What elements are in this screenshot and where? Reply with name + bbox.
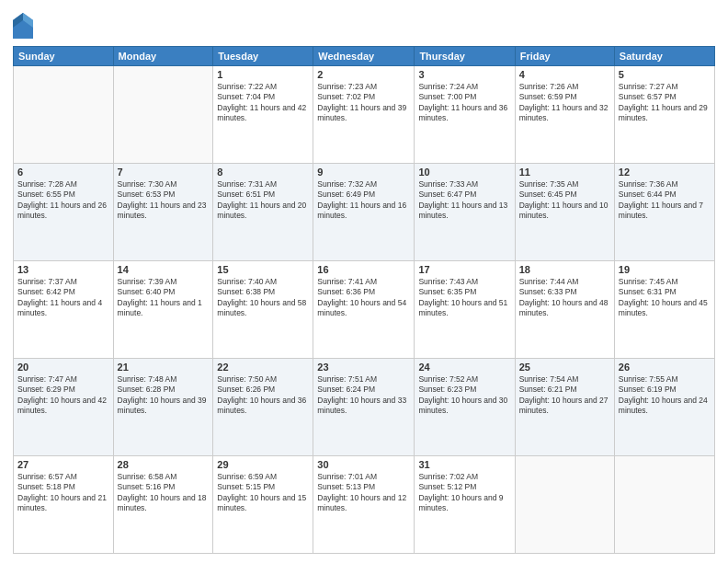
day-cell: 28Sunrise: 6:58 AM Sunset: 5:16 PM Dayli…: [113, 456, 213, 554]
day-cell: 20Sunrise: 7:47 AM Sunset: 6:29 PM Dayli…: [14, 359, 114, 456]
day-content: Sunrise: 7:35 AM Sunset: 6:45 PM Dayligh…: [519, 179, 610, 222]
day-content: Sunrise: 7:39 AM Sunset: 6:40 PM Dayligh…: [118, 277, 210, 319]
day-cell: 12Sunrise: 7:36 AM Sunset: 6:44 PM Dayli…: [614, 164, 714, 261]
day-content: Sunrise: 7:48 AM Sunset: 6:28 PM Dayligh…: [118, 374, 210, 417]
day-number: 4: [519, 69, 610, 80]
day-number: 20: [17, 362, 109, 373]
day-cell: [113, 66, 213, 164]
day-number: 23: [317, 362, 410, 373]
day-content: Sunrise: 7:22 AM Sunset: 7:04 PM Dayligh…: [217, 82, 309, 124]
day-number: 15: [217, 264, 309, 275]
day-content: Sunrise: 7:52 AM Sunset: 6:23 PM Dayligh…: [418, 374, 510, 417]
day-number: 1: [217, 69, 309, 80]
day-content: Sunrise: 7:37 AM Sunset: 6:42 PM Dayligh…: [17, 277, 109, 319]
day-cell: [515, 456, 614, 554]
day-content: Sunrise: 6:59 AM Sunset: 5:15 PM Dayligh…: [217, 472, 309, 514]
page: Sunday Monday Tuesday Wednesday Thursday…: [0, 0, 728, 563]
day-content: Sunrise: 6:58 AM Sunset: 5:16 PM Dayligh…: [118, 472, 210, 514]
day-cell: 11Sunrise: 7:35 AM Sunset: 6:45 PM Dayli…: [515, 164, 614, 261]
day-number: 9: [317, 167, 410, 178]
week-row-4: 20Sunrise: 7:47 AM Sunset: 6:29 PM Dayli…: [14, 359, 715, 456]
day-cell: 15Sunrise: 7:40 AM Sunset: 6:38 PM Dayli…: [213, 261, 313, 359]
day-cell: 7Sunrise: 7:30 AM Sunset: 6:53 PM Daylig…: [113, 164, 213, 261]
day-content: Sunrise: 7:33 AM Sunset: 6:47 PM Dayligh…: [418, 179, 510, 222]
day-content: Sunrise: 7:44 AM Sunset: 6:33 PM Dayligh…: [519, 277, 610, 319]
day-number: 10: [418, 167, 510, 178]
day-number: 25: [519, 362, 610, 373]
day-number: 17: [418, 264, 510, 275]
day-content: Sunrise: 7:51 AM Sunset: 6:24 PM Dayligh…: [317, 374, 410, 417]
day-content: Sunrise: 7:45 AM Sunset: 6:31 PM Dayligh…: [619, 277, 711, 319]
day-number: 28: [118, 459, 210, 470]
day-content: Sunrise: 7:40 AM Sunset: 6:38 PM Dayligh…: [217, 277, 309, 319]
day-cell: 29Sunrise: 6:59 AM Sunset: 5:15 PM Dayli…: [213, 456, 313, 554]
week-row-5: 27Sunrise: 6:57 AM Sunset: 5:18 PM Dayli…: [14, 456, 715, 554]
week-row-3: 13Sunrise: 7:37 AM Sunset: 6:42 PM Dayli…: [14, 261, 715, 359]
day-cell: 19Sunrise: 7:45 AM Sunset: 6:31 PM Dayli…: [614, 261, 714, 359]
day-number: 12: [619, 167, 711, 178]
day-cell: 1Sunrise: 7:22 AM Sunset: 7:04 PM Daylig…: [213, 66, 313, 164]
day-content: Sunrise: 7:26 AM Sunset: 6:59 PM Dayligh…: [519, 82, 610, 124]
header-row: Sunday Monday Tuesday Wednesday Thursday…: [14, 47, 715, 66]
day-number: 26: [619, 362, 711, 373]
day-cell: 13Sunrise: 7:37 AM Sunset: 6:42 PM Dayli…: [14, 261, 114, 359]
col-saturday: Saturday: [614, 47, 714, 66]
logo: [13, 13, 35, 39]
day-cell: 2Sunrise: 7:23 AM Sunset: 7:02 PM Daylig…: [313, 66, 415, 164]
day-number: 16: [317, 264, 410, 275]
day-number: 18: [519, 264, 610, 275]
logo-icon: [13, 13, 33, 39]
day-content: Sunrise: 7:32 AM Sunset: 6:49 PM Dayligh…: [317, 179, 410, 222]
day-cell: 27Sunrise: 6:57 AM Sunset: 5:18 PM Dayli…: [14, 456, 114, 554]
day-number: 11: [519, 167, 610, 178]
day-number: 3: [418, 69, 510, 80]
col-thursday: Thursday: [415, 47, 515, 66]
day-number: 5: [619, 69, 711, 80]
day-number: 13: [17, 264, 109, 275]
day-cell: 24Sunrise: 7:52 AM Sunset: 6:23 PM Dayli…: [415, 359, 515, 456]
day-number: 21: [118, 362, 210, 373]
day-cell: 26Sunrise: 7:55 AM Sunset: 6:19 PM Dayli…: [614, 359, 714, 456]
col-wednesday: Wednesday: [313, 47, 415, 66]
day-number: 29: [217, 459, 309, 470]
day-content: Sunrise: 7:31 AM Sunset: 6:51 PM Dayligh…: [217, 179, 309, 222]
day-content: Sunrise: 7:36 AM Sunset: 6:44 PM Dayligh…: [619, 179, 711, 222]
day-content: Sunrise: 7:27 AM Sunset: 6:57 PM Dayligh…: [619, 82, 711, 124]
day-cell: 8Sunrise: 7:31 AM Sunset: 6:51 PM Daylig…: [213, 164, 313, 261]
day-cell: 4Sunrise: 7:26 AM Sunset: 6:59 PM Daylig…: [515, 66, 614, 164]
day-content: Sunrise: 7:23 AM Sunset: 7:02 PM Dayligh…: [317, 82, 410, 124]
day-content: Sunrise: 7:55 AM Sunset: 6:19 PM Dayligh…: [619, 374, 711, 417]
day-number: 7: [118, 167, 210, 178]
col-monday: Monday: [113, 47, 213, 66]
day-number: 2: [317, 69, 410, 80]
day-cell: [14, 66, 114, 164]
day-cell: 22Sunrise: 7:50 AM Sunset: 6:26 PM Dayli…: [213, 359, 313, 456]
day-cell: 10Sunrise: 7:33 AM Sunset: 6:47 PM Dayli…: [415, 164, 515, 261]
day-number: 30: [317, 459, 410, 470]
day-cell: [614, 456, 714, 554]
col-sunday: Sunday: [14, 47, 114, 66]
col-tuesday: Tuesday: [213, 47, 313, 66]
day-number: 27: [17, 459, 109, 470]
day-content: Sunrise: 7:28 AM Sunset: 6:55 PM Dayligh…: [17, 179, 109, 222]
day-cell: 30Sunrise: 7:01 AM Sunset: 5:13 PM Dayli…: [313, 456, 415, 554]
day-cell: 21Sunrise: 7:48 AM Sunset: 6:28 PM Dayli…: [113, 359, 213, 456]
day-cell: 16Sunrise: 7:41 AM Sunset: 6:36 PM Dayli…: [313, 261, 415, 359]
day-cell: 14Sunrise: 7:39 AM Sunset: 6:40 PM Dayli…: [113, 261, 213, 359]
day-cell: 23Sunrise: 7:51 AM Sunset: 6:24 PM Dayli…: [313, 359, 415, 456]
week-row-2: 6Sunrise: 7:28 AM Sunset: 6:55 PM Daylig…: [14, 164, 715, 261]
week-row-1: 1Sunrise: 7:22 AM Sunset: 7:04 PM Daylig…: [14, 66, 715, 164]
day-content: Sunrise: 7:54 AM Sunset: 6:21 PM Dayligh…: [519, 374, 610, 417]
day-content: Sunrise: 7:41 AM Sunset: 6:36 PM Dayligh…: [317, 277, 410, 319]
col-friday: Friday: [515, 47, 614, 66]
day-content: Sunrise: 7:47 AM Sunset: 6:29 PM Dayligh…: [17, 374, 109, 417]
day-content: Sunrise: 7:30 AM Sunset: 6:53 PM Dayligh…: [118, 179, 210, 222]
day-number: 19: [619, 264, 711, 275]
day-content: Sunrise: 7:43 AM Sunset: 6:35 PM Dayligh…: [418, 277, 510, 319]
day-cell: 17Sunrise: 7:43 AM Sunset: 6:35 PM Dayli…: [415, 261, 515, 359]
day-cell: 31Sunrise: 7:02 AM Sunset: 5:12 PM Dayli…: [415, 456, 515, 554]
day-cell: 3Sunrise: 7:24 AM Sunset: 7:00 PM Daylig…: [415, 66, 515, 164]
day-number: 14: [118, 264, 210, 275]
day-number: 6: [17, 167, 109, 178]
day-cell: 18Sunrise: 7:44 AM Sunset: 6:33 PM Dayli…: [515, 261, 614, 359]
